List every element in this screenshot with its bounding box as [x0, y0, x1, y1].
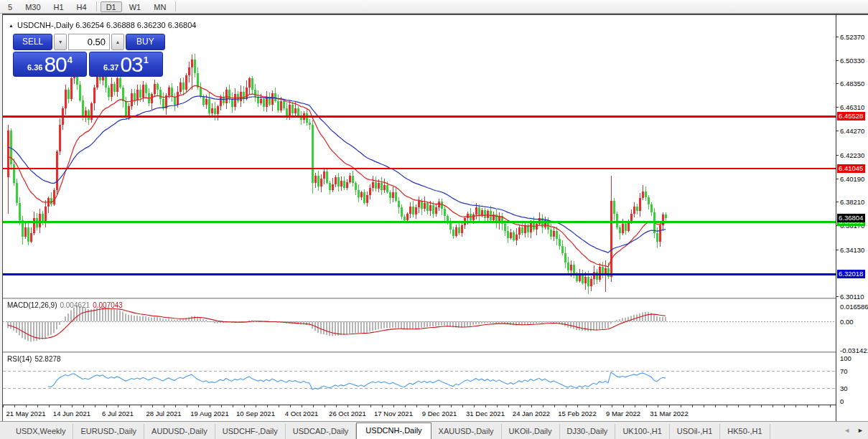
volume-decrease-button[interactable]: ▼: [54, 34, 67, 50]
chart-tab-usoil-[interactable]: USOil-,H1: [670, 424, 721, 439]
sell-price-display[interactable]: 6.36 80 4: [13, 52, 87, 77]
chart-tab-usdx[interactable]: USDX,Weekly: [9, 424, 73, 439]
tab-scroll-right-icon[interactable]: ►: [857, 427, 864, 434]
price-axis-tick: [836, 37, 839, 37]
date-axis-label: 6 Jul 2021: [102, 410, 134, 417]
macd-axis-label: 0.016586: [840, 303, 868, 311]
price-axis-label: 6.52370: [840, 33, 864, 41]
rsi-value: 52.8278: [34, 355, 60, 363]
date-axis-label: 19 Aug 2021: [190, 410, 228, 417]
macd-axis-label: -0.031421: [840, 346, 868, 354]
price-axis-tick: [836, 107, 839, 108]
date-axis-label: 24 Jan 2022: [513, 410, 550, 417]
price-axis-label: 6.30110: [840, 293, 864, 301]
price-axis[interactable]: 6.523706.503306.483506.463106.442706.422…: [836, 15, 868, 421]
buy-price-prefix: 6.37: [103, 63, 118, 72]
macd-name: MACD(12,26,9): [7, 301, 57, 309]
date-axis-label: 10 Sep 2021: [236, 410, 275, 417]
rsi-axis-label: 70: [840, 367, 848, 375]
chart-tab-usdcad-[interactable]: USDCAD-,Daily: [286, 424, 357, 439]
rsi-axis-label: 0: [840, 397, 844, 405]
current-price-badge: 6.36804: [837, 214, 865, 222]
timeframe-button-d1[interactable]: D1: [101, 1, 122, 12]
date-axis-label: 31 Dec 2021: [466, 410, 505, 417]
chart-title-text: USDCNH-,Daily 6.36254 6.36888 6.36230 6.…: [17, 21, 197, 29]
timeframe-button-5[interactable]: 5: [2, 1, 18, 12]
date-axis-label: 31 Mar 2022: [650, 410, 688, 417]
timeframe-toolbar: 5M30H1H4D1W1MN: [0, 0, 868, 14]
price-axis-label: 6.40190: [840, 175, 864, 183]
toolbar-separator: [96, 1, 97, 11]
chart-title: ▲ USDCNH-,Daily 6.36254 6.36888 6.36230 …: [9, 21, 196, 29]
price-axis-tick: [836, 155, 839, 156]
timeframe-button-h4[interactable]: H4: [71, 1, 93, 12]
macd-indicator-canvas[interactable]: [3, 299, 836, 351]
price-axis-label: 6.38210: [840, 198, 864, 206]
price-axis-tick: [836, 83, 839, 84]
chart-tab-hk50-[interactable]: HK50-,H1: [720, 424, 770, 439]
one-click-trading-panel: SELL ▼ ▲ BUY 6.36 80 4 6.37 03 1: [13, 34, 165, 77]
rsi-name: RSI(14): [7, 355, 32, 363]
tab-scroll-arrows: ◄ ►: [844, 427, 864, 434]
tab-scroll-left-icon[interactable]: ◄: [844, 427, 850, 434]
chart-tab-usdchf-[interactable]: USDCHF-,Daily: [215, 424, 286, 439]
price-axis-label: 6.34130: [840, 246, 864, 254]
chart-tab-ukoil-[interactable]: UKOil-,Daily: [502, 424, 560, 439]
collapse-arrow-icon[interactable]: ▲: [9, 23, 14, 28]
macd-signal-value: 0.007043: [93, 301, 123, 309]
level-price-badge: 6.45528: [837, 112, 865, 121]
price-axis-label: 6.44270: [840, 127, 864, 135]
price-axis-tick: [836, 179, 839, 179]
volume-input[interactable]: [68, 34, 110, 50]
date-axis-label: 14 Jun 2021: [53, 410, 90, 417]
sell-price-point: 4: [67, 55, 73, 65]
timeframe-button-m30[interactable]: M30: [19, 1, 46, 12]
date-axis-label: 17 Nov 2021: [374, 410, 413, 417]
toolbar-separator: [175, 1, 176, 11]
price-axis-label: 6.50330: [840, 57, 864, 65]
date-axis-label: 9 Mar 2022: [606, 410, 640, 417]
timeframe-button-h1[interactable]: H1: [48, 1, 70, 12]
buy-button[interactable]: BUY: [126, 34, 165, 50]
buy-price-point: 1: [144, 55, 149, 65]
buy-price-pips: 03: [120, 54, 142, 75]
sell-price-pips: 80: [44, 54, 66, 75]
price-axis-label: 6.46310: [840, 103, 864, 111]
timeframe-button-mn[interactable]: MN: [148, 1, 172, 12]
date-axis-label: 26 Oct 2021: [329, 410, 366, 417]
date-axis-label: 21 May 2021: [6, 410, 46, 417]
macd-label: MACD(12,26,9)0.0046210.007043: [7, 301, 123, 309]
chart-tabs-bar: USDX,WeeklyEURUSD-,DailyAUDUSD-,DailyUSD…: [0, 421, 868, 439]
chart-tab-eurusd-[interactable]: EURUSD-,Daily: [73, 424, 144, 439]
rsi-label: RSI(14)52.8278: [7, 355, 61, 363]
date-axis-label: 15 Feb 2022: [558, 410, 596, 417]
rsi-axis-label: 100: [840, 354, 851, 362]
rsi-indicator-canvas[interactable]: [3, 353, 836, 405]
chart-tab-dj30-[interactable]: DJ30-,Daily: [560, 424, 616, 439]
macd-main-value: 0.004621: [60, 301, 90, 309]
price-axis-tick: [836, 60, 839, 61]
date-axis[interactable]: 21 May 202114 Jun 20216 Jul 202128 Jul 2…: [3, 405, 836, 421]
level-price-badge: 6.32018: [837, 270, 865, 278]
chart-tab-xauusd-[interactable]: XAUUSD-,Daily: [431, 424, 502, 439]
sell-price-prefix: 6.36: [27, 63, 42, 72]
rsi-axis-label: 30: [840, 384, 848, 392]
chart-tab-audusd-[interactable]: AUDUSD-,Daily: [144, 424, 215, 439]
price-axis-tick: [836, 131, 839, 131]
chart-window: 21 May 202114 Jun 20216 Jul 202128 Jul 2…: [2, 14, 868, 421]
sell-button[interactable]: SELL: [13, 34, 52, 50]
buy-price-display[interactable]: 6.37 03 1: [89, 52, 163, 77]
chart-tab-usdcnh-[interactable]: USDCNH-,Daily: [356, 423, 431, 439]
price-axis-label: 6.48350: [840, 80, 864, 88]
chart-plots: 21 May 202114 Jun 20216 Jul 202128 Jul 2…: [3, 15, 836, 421]
price-axis-tick: [836, 202, 839, 202]
price-axis-tick: [836, 296, 839, 297]
date-axis-ticks: [3, 405, 836, 407]
date-axis-label: 9 Dec 2021: [422, 410, 457, 417]
timeframe-button-w1[interactable]: W1: [123, 1, 147, 12]
price-axis-label: 6.42230: [840, 151, 864, 159]
chart-tab-uk100-[interactable]: UK100-,H1: [615, 424, 669, 439]
volume-increase-button[interactable]: ▲: [111, 34, 124, 50]
level-price-badge: 6.41045: [837, 164, 865, 173]
date-axis-label: 28 Jul 2021: [146, 410, 181, 417]
